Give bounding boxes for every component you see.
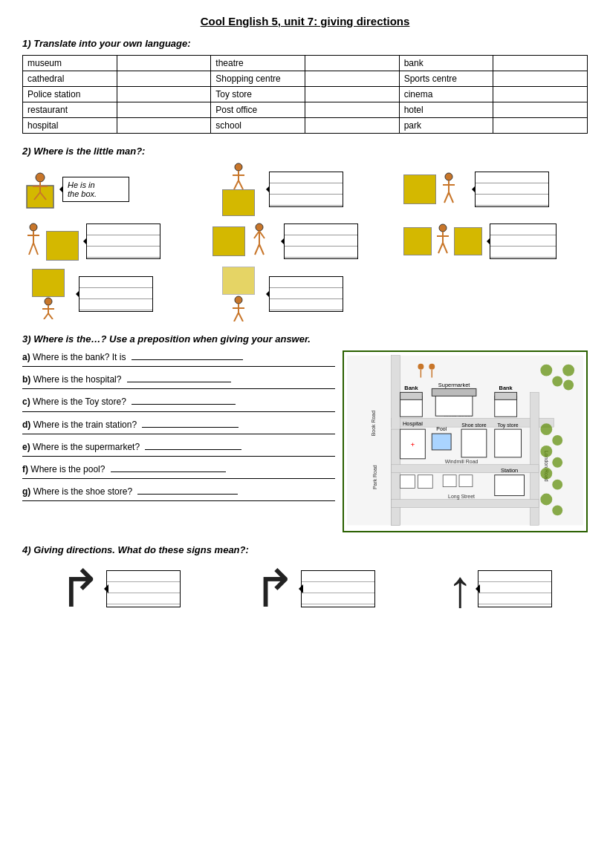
term-cell: Toy store [211, 87, 305, 102]
sign-bubble-2[interactable] [301, 570, 375, 607]
svg-point-68 [552, 457, 562, 468]
svg-rect-61 [400, 475, 415, 489]
man-cell-2 [212, 163, 397, 216]
q-c: c) Where is the Toy store? [22, 395, 335, 411]
speech-bubble-1: He is inthe box. [62, 177, 129, 202]
svg-rect-50 [400, 392, 423, 399]
svg-line-35 [44, 313, 48, 319]
svg-point-37 [235, 296, 242, 304]
answer-cell[interactable] [493, 102, 588, 118]
answer-cell[interactable] [117, 71, 211, 87]
speech-bubble-5[interactable] [284, 223, 358, 259]
svg-point-72 [552, 505, 562, 515]
speech-bubble-7[interactable] [79, 276, 153, 312]
svg-point-32 [45, 298, 52, 305]
answer-cell[interactable] [305, 87, 399, 102]
answer-cell[interactable] [117, 87, 211, 102]
svg-point-74 [552, 376, 562, 387]
svg-point-70 [552, 480, 562, 490]
svg-line-22 [259, 231, 265, 238]
svg-line-36 [48, 313, 53, 319]
svg-rect-52 [432, 388, 476, 396]
turn-left-arrow: ↰ [58, 563, 102, 615]
term-cell: theatre [211, 56, 305, 71]
answer-cell[interactable] [493, 71, 588, 87]
svg-point-11 [445, 173, 452, 180]
term-cell: Post office [211, 102, 305, 118]
man-cell-7 [22, 267, 207, 322]
answer-cell[interactable] [117, 118, 211, 134]
svg-line-14 [444, 192, 449, 203]
svg-point-73 [540, 365, 552, 376]
svg-line-15 [449, 192, 453, 203]
term-cell: cathedral [23, 71, 117, 87]
sign-turn-left: ↰ [58, 563, 181, 615]
signs-row: ↰ ↱ ↑ [22, 563, 588, 615]
section1: 1) Translate into your own language: mus… [22, 38, 588, 134]
svg-line-30 [438, 243, 443, 253]
speech-bubble-8[interactable] [269, 276, 343, 312]
speech-bubble-4[interactable] [86, 223, 160, 259]
answer-cell[interactable] [305, 102, 399, 118]
svg-rect-58 [461, 429, 487, 457]
section3: 3) Where is the…? Use a preposition when… [22, 333, 588, 532]
answer-cell[interactable] [117, 102, 211, 118]
section3-title: 3) Where is the…? Use a preposition when… [22, 333, 588, 345]
svg-point-71 [540, 494, 552, 506]
svg-line-40 [234, 313, 239, 322]
straight-arrow: ↑ [447, 563, 473, 615]
figure-1 [22, 167, 58, 212]
term-cell: Police station [23, 87, 117, 102]
svg-line-25 [259, 244, 264, 255]
sec3-container: a) Where is the bank? It is b) Where is … [22, 350, 588, 532]
speech-bubble-2[interactable] [269, 172, 343, 207]
book-road-label: Book Road [371, 411, 376, 436]
svg-line-10 [239, 180, 243, 189]
section2-title: 2) Where is the little man?: [22, 146, 588, 157]
sign-bubble-1[interactable] [106, 570, 181, 607]
term-cell: cinema [399, 87, 493, 102]
svg-rect-63 [443, 475, 456, 487]
speech-bubble-6[interactable] [490, 223, 557, 259]
q-g: g) Where is the shoe store? [22, 485, 335, 501]
svg-line-31 [443, 243, 447, 253]
svg-point-16 [30, 223, 37, 231]
answer-cell[interactable] [305, 71, 399, 87]
svg-point-79 [429, 364, 435, 370]
questions-list: a) Where is the bank? It is b) Where is … [22, 350, 335, 532]
answer-cell[interactable] [493, 87, 588, 102]
bank-right-label: Bank [499, 385, 513, 391]
svg-point-21 [256, 223, 263, 231]
section4-title: 4) Giving directions. What do these sign… [22, 544, 588, 555]
answer-cell[interactable] [117, 56, 211, 71]
section4: 4) Giving directions. What do these sign… [22, 544, 588, 615]
svg-point-65 [540, 423, 552, 435]
svg-point-77 [418, 364, 424, 370]
term-cell: school [211, 118, 305, 134]
term-cell: restaurant [23, 102, 117, 118]
svg-line-19 [29, 243, 33, 255]
long-street-label: Long Street [448, 494, 475, 500]
speech-bubble-3[interactable] [475, 172, 549, 207]
little-man-grid: He is inthe box. [22, 163, 588, 322]
q-a: a) Where is the bank? It is [22, 350, 335, 367]
term-cell: bank [399, 56, 493, 71]
svg-point-67 [540, 446, 552, 457]
bank-left-label: Bank [404, 385, 418, 391]
svg-rect-54 [495, 392, 517, 399]
answer-cell[interactable] [305, 118, 399, 134]
svg-point-66 [552, 435, 562, 446]
station-label: Station [501, 467, 518, 474]
svg-line-20 [33, 243, 38, 255]
answer-cell[interactable] [305, 56, 399, 71]
toy-store-label: Toy store [498, 422, 519, 428]
answer-cell[interactable] [493, 56, 588, 71]
man-cell-6 [403, 222, 588, 261]
man-cell-3 [403, 163, 588, 216]
answer-cell[interactable] [493, 118, 588, 134]
term-cell: Shopping centre [211, 71, 305, 87]
sign-straight: ↑ [447, 563, 552, 615]
term-cell: Sports centre [399, 71, 493, 87]
hospital-label: Hospital [403, 420, 423, 427]
sign-bubble-3[interactable] [478, 570, 552, 607]
